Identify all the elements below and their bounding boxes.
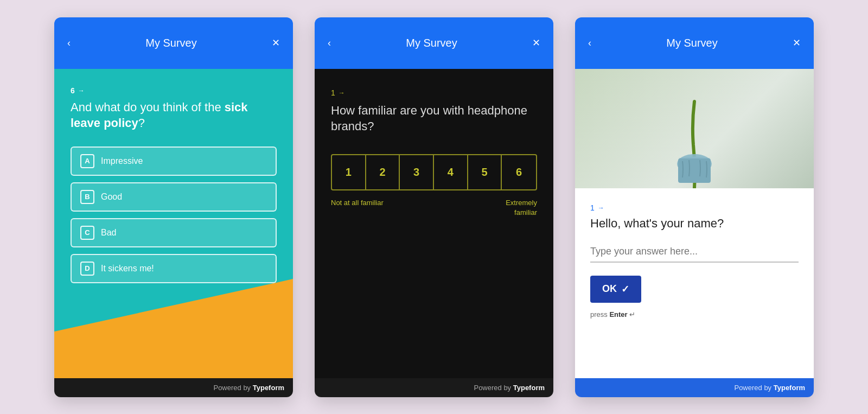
card1-content: 6 → And what do you think of the sick le… [54,69,293,378]
scale-label-left: Not at all familiar [331,198,384,218]
card1-powered-bar: Powered by Typeform [54,378,293,397]
scale-cell-4[interactable]: 4 [434,155,468,189]
card2-header: ‹ My Survey ✕ [315,17,553,69]
card1-question-text: And what do you think of the sick leave … [71,99,277,131]
enter-icon: ↵ [629,310,635,319]
survey-card-2: ‹ My Survey ✕ 1 → How familiar are you w… [315,17,553,397]
card3-header: ‹ My Survey ✕ [575,17,814,69]
card3-title: My Survey [653,27,730,59]
card3-ok-button[interactable]: OK ✓ [590,276,641,303]
survey-card-1: ‹ My Survey ✕ 6 → And what do you think … [54,17,293,397]
card3-brand: Typeform [774,384,805,392]
plant-illustration [662,69,727,188]
scale-cell-1[interactable]: 1 [332,155,366,189]
choice-key-a: A [80,154,94,168]
scale-label-right: Extremely familiar [483,198,537,218]
card3-back-icon[interactable]: ‹ [588,37,591,49]
card2-title: My Survey [393,27,470,59]
card3-close-icon[interactable]: ✕ [793,37,801,49]
card1-brand: Typeform [253,384,284,392]
card2-question-text: How familiar are you with headphone bran… [331,103,537,135]
choice-item-d[interactable]: D It sickens me! [71,254,277,283]
survey-card-3: ‹ My Survey ✕ 1 → [575,17,814,397]
card1-question-num: 6 → [71,86,277,95]
card3-powered-bar: Powered by Typeform [575,378,814,397]
choice-item-c[interactable]: C Bad [71,218,277,247]
scale-labels: Not at all familiar Extremely familiar [331,198,537,218]
card2-close-icon[interactable]: ✕ [532,37,540,49]
card3-hero-image [575,69,814,188]
choice-key-d: D [80,262,94,276]
card3-body: 1 → Hello, what's your name? OK ✓ press … [575,69,814,378]
scale-cell-2[interactable]: 2 [366,155,400,189]
card2-back-icon[interactable]: ‹ [328,37,331,49]
card3-text-input[interactable] [590,241,799,263]
choice-label-c: Bad [101,228,116,238]
card1-body: 6 → And what do you think of the sick le… [54,69,293,378]
choice-label-a: Impressive [101,156,143,166]
card1-close-icon[interactable]: ✕ [272,37,280,49]
scale-cell-3[interactable]: 3 [400,155,434,189]
scale-cell-5[interactable]: 5 [468,155,502,189]
card2-body: 1 → How familiar are you with headphone … [315,69,553,378]
card1-choices: A Impressive B Good C Bad D It sickens m… [71,147,277,283]
scale-cell-6[interactable]: 6 [502,155,536,189]
checkmark-icon: ✓ [621,283,629,295]
choice-label-d: It sickens me! [101,264,154,273]
card1-title: My Survey [132,27,209,59]
card1-header: ‹ My Survey ✕ [54,17,293,69]
choice-key-c: C [80,226,94,240]
choice-key-b: B [80,190,94,204]
choice-item-a[interactable]: A Impressive [71,147,277,176]
card2-brand: Typeform [513,384,545,392]
card2-powered-bar: Powered by Typeform [315,378,553,397]
card3-question-text: Hello, what's your name? [590,216,799,231]
choice-label-b: Good [101,192,122,202]
press-enter-hint: press Enter ↵ [590,310,799,319]
scale-grid: 1 2 3 4 5 6 [331,154,537,190]
choice-item-b[interactable]: B Good [71,182,277,212]
card2-question-num: 1 → [331,88,537,97]
card1-back-icon[interactable]: ‹ [67,37,71,49]
card3-question-num: 1 → [590,203,799,212]
card3-content: 1 → Hello, what's your name? OK ✓ press … [575,188,814,378]
